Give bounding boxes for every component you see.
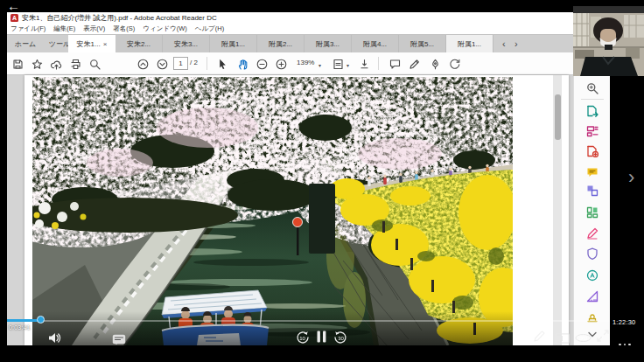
tab-doc-8[interactable]: 附属5... xyxy=(399,35,446,53)
protect-icon[interactable] xyxy=(586,247,598,260)
print-icon[interactable] xyxy=(70,58,81,73)
annotate-pencil-icon[interactable] xyxy=(533,330,546,346)
next-page-icon[interactable] xyxy=(157,58,168,73)
slides-view-icon[interactable] xyxy=(555,331,570,347)
toolbar-separator xyxy=(378,57,379,70)
tab-scroll-prev-icon[interactable]: ‹ xyxy=(502,35,506,53)
menu-window[interactable]: ウィンドウ(W) xyxy=(143,24,186,33)
fit-page-caret-icon[interactable]: ▾ xyxy=(346,62,349,68)
menu-view[interactable]: 表示(V) xyxy=(83,24,105,33)
page-count-label: / 2 xyxy=(190,59,198,66)
fit-page-icon[interactable] xyxy=(332,58,344,73)
scrollbar[interactable] xyxy=(553,75,562,345)
scrollbar-thumb[interactable] xyxy=(555,94,561,140)
back-arrow-icon[interactable]: ← xyxy=(7,0,20,13)
pencil-tool-icon[interactable] xyxy=(409,58,420,73)
tab-doc-6[interactable]: 附属3... xyxy=(304,35,352,53)
progress-track[interactable] xyxy=(7,320,610,322)
skip-forward-icon[interactable]: 30 xyxy=(333,330,348,348)
zoom-level-value[interactable]: 139% xyxy=(297,59,314,66)
menu-bar: ファイル(F) 編集(E) 表示(V) 署名(S) ウィンドウ(W) ヘルプ(H… xyxy=(7,24,610,34)
select-tool-icon[interactable] xyxy=(217,58,228,73)
star-icon[interactable] xyxy=(32,58,43,73)
tab-scroll-next-icon[interactable]: › xyxy=(514,35,518,53)
search-icon[interactable] xyxy=(89,58,101,73)
pdf-photo-cherry-blossom-canal xyxy=(32,77,513,345)
title-bar: A 安朱1、自己紹介(増井 誠之用).pdf - Adobe Acrobat R… xyxy=(7,12,610,24)
tab-doc-2[interactable]: 安朱2... xyxy=(116,35,163,53)
tab-doc-4[interactable]: 附属1... xyxy=(210,35,257,53)
fill-sign-icon[interactable] xyxy=(586,227,598,240)
combine-files-icon[interactable] xyxy=(586,184,598,197)
send-file-icon[interactable] xyxy=(449,58,460,73)
current-time-label: 0:03:41 xyxy=(9,324,31,331)
sign-tool-icon[interactable] xyxy=(430,58,441,73)
pause-button[interactable] xyxy=(316,330,327,347)
toolbar-separator xyxy=(206,57,207,70)
tab-doc-9[interactable]: 附属1... xyxy=(446,35,494,53)
page-number-input[interactable]: 1 xyxy=(173,57,188,70)
cloud-upload-icon[interactable] xyxy=(51,58,62,73)
webcam-video xyxy=(573,6,644,76)
menu-sign[interactable]: 署名(S) xyxy=(113,24,135,33)
menu-edit[interactable]: 編集(E) xyxy=(53,24,75,33)
panel-divider xyxy=(581,99,604,100)
tab-close-icon[interactable]: × xyxy=(103,40,108,48)
view-360-icon[interactable]: 360 xyxy=(575,331,592,347)
comment-panel-icon[interactable] xyxy=(586,166,598,178)
captions-icon[interactable] xyxy=(112,332,126,348)
tab-doc-5[interactable]: 附属2... xyxy=(257,35,304,53)
progress-fill xyxy=(7,319,38,322)
tab-home[interactable]: ホーム xyxy=(10,35,40,53)
tab-bar: ホーム ツール 安朱1...× 安朱2... 安朱3... 附属1... 附属2… xyxy=(7,34,610,52)
compress-pdf-icon[interactable] xyxy=(586,269,598,282)
create-pdf-icon[interactable] xyxy=(586,145,598,157)
previous-page-icon[interactable] xyxy=(137,58,149,73)
volume-icon[interactable] xyxy=(48,331,61,347)
player-menu-dots[interactable] xyxy=(619,333,634,349)
view-360-label: 360 xyxy=(579,336,587,341)
zoom-out-icon[interactable] xyxy=(256,58,268,73)
window-title: 安朱1、自己紹介(増井 誠之用).pdf - Adobe Acrobat Rea… xyxy=(22,13,217,23)
progress-handle[interactable] xyxy=(37,316,45,324)
measure-icon[interactable] xyxy=(586,290,598,303)
tab-doc-3[interactable]: 安朱3... xyxy=(163,35,210,53)
panel-open-chevron-icon[interactable]: › xyxy=(628,168,634,187)
skip-forward-label: 30 xyxy=(338,336,344,341)
tab-doc-7[interactable]: 附属4... xyxy=(352,35,399,53)
skip-back-icon[interactable]: 10 xyxy=(295,330,310,348)
screen: ← A 安朱1、自己紹介(増井 誠之用).pdf - Adobe Acrobat… xyxy=(0,0,644,362)
menu-file[interactable]: ファイル(F) xyxy=(10,24,46,33)
document-area xyxy=(7,75,610,345)
menu-help[interactable]: ヘルプ(H) xyxy=(195,24,224,33)
scroll-mode-icon[interactable] xyxy=(359,58,370,73)
hand-tool-icon[interactable] xyxy=(237,58,248,73)
organize-pages-icon[interactable] xyxy=(586,206,598,219)
zoom-in-icon[interactable] xyxy=(276,58,287,73)
fullscreen-icon[interactable] xyxy=(596,329,610,346)
tools-panel xyxy=(573,75,610,345)
zoom-caret-icon[interactable]: ▾ xyxy=(318,62,321,68)
save-icon[interactable] xyxy=(12,58,24,73)
total-time-label: 1:22:30 xyxy=(612,318,635,326)
skip-back-label: 10 xyxy=(299,336,305,341)
export-pdf-icon[interactable] xyxy=(586,105,598,117)
edit-pdf-icon[interactable] xyxy=(586,125,598,137)
search-panel-icon[interactable] xyxy=(586,82,598,94)
acrobat-window: A 安朱1、自己紹介(増井 誠之用).pdf - Adobe Acrobat R… xyxy=(7,12,610,345)
comment-tool-icon[interactable] xyxy=(389,58,401,73)
acrobat-app-icon: A xyxy=(10,14,18,22)
tab-doc-1[interactable]: 安朱1...× xyxy=(68,35,116,53)
